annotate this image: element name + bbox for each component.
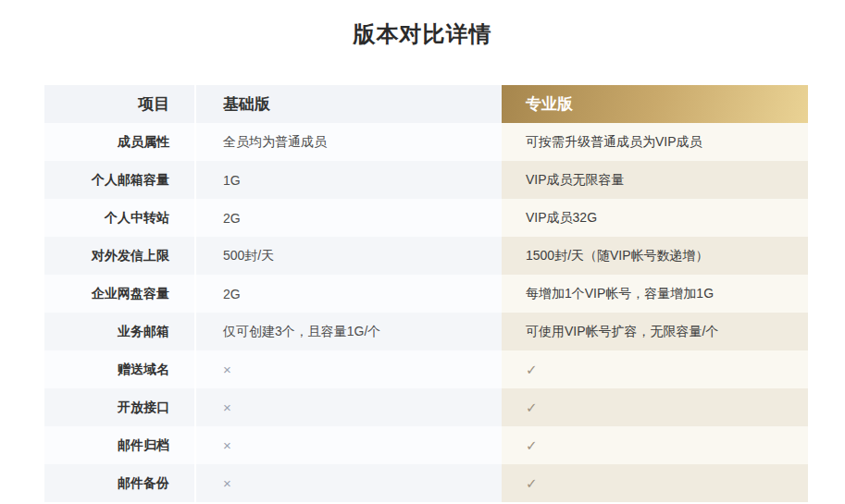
pro-value: 1500封/天（随VIP帐号数递增）	[502, 237, 808, 275]
row-label: 业务邮箱	[44, 313, 194, 350]
table-row-member-attribute: 成员属性 全员均为普通成员 可按需升级普通成员为VIP成员	[44, 123, 808, 161]
table-row-enterprise-disk-capacity: 企业网盘容量 2G 每增加1个VIP帐号，容量增加1G	[44, 275, 808, 313]
cross-icon: ×	[196, 464, 502, 502]
pro-value: VIP成员无限容量	[502, 161, 808, 199]
page-title: 版本对比详情	[0, 0, 845, 48]
table-header-row: 项目 基础版 专业版	[44, 85, 808, 123]
table-row-open-api: 开放接口 × ✓	[44, 388, 808, 426]
basic-value: 仅可创建3个，且容量1G/个	[196, 313, 502, 350]
row-label: 对外发信上限	[44, 237, 194, 275]
basic-value: 500封/天	[196, 237, 502, 275]
table-row-personal-transfer-station: 个人中转站 2G VIP成员32G	[44, 199, 808, 237]
header-pro-edition: 专业版	[502, 85, 808, 123]
comparison-table: 项目 基础版 专业版 成员属性 全员均为普通成员 可按需升级普通成员为VIP成员…	[44, 85, 808, 502]
table-row-outbound-send-limit: 对外发信上限 500封/天 1500封/天（随VIP帐号数递增）	[44, 237, 808, 275]
cross-icon: ×	[196, 426, 502, 464]
table-row-mail-backup: 邮件备份 × ✓	[44, 464, 808, 502]
table-row-business-mailbox: 业务邮箱 仅可创建3个，且容量1G/个 可使用VIP帐号扩容，无限容量/个	[44, 313, 808, 350]
basic-value: 全员均为普通成员	[196, 123, 502, 161]
header-item: 项目	[44, 85, 194, 123]
check-icon: ✓	[502, 350, 808, 388]
version-comparison-page: 版本对比详情 项目 基础版 专业版 成员属性 全员均为普通成员 可按需升级普通成…	[0, 0, 845, 504]
table-row-free-domain: 赠送域名 × ✓	[44, 350, 808, 388]
row-label: 开放接口	[44, 388, 194, 426]
cross-icon: ×	[196, 388, 502, 426]
check-icon: ✓	[502, 426, 808, 464]
row-label: 企业网盘容量	[44, 275, 194, 313]
header-basic-edition: 基础版	[196, 85, 502, 123]
table-row-mail-archive: 邮件归档 × ✓	[44, 426, 808, 464]
row-label: 成员属性	[44, 123, 194, 161]
check-icon: ✓	[502, 388, 808, 426]
pro-value: 可使用VIP帐号扩容，无限容量/个	[502, 313, 808, 350]
check-icon: ✓	[502, 464, 808, 502]
row-label: 个人中转站	[44, 199, 194, 237]
basic-value: 1G	[196, 161, 502, 199]
pro-value: VIP成员32G	[502, 199, 808, 237]
basic-value: 2G	[196, 199, 502, 237]
row-label: 个人邮箱容量	[44, 161, 194, 199]
basic-value: 2G	[196, 275, 502, 313]
table-row-personal-mailbox-capacity: 个人邮箱容量 1G VIP成员无限容量	[44, 161, 808, 199]
row-label: 邮件备份	[44, 464, 194, 502]
cross-icon: ×	[196, 350, 502, 388]
row-label: 赠送域名	[44, 350, 194, 388]
pro-value: 每增加1个VIP帐号，容量增加1G	[502, 275, 808, 313]
pro-value: 可按需升级普通成员为VIP成员	[502, 123, 808, 161]
row-label: 邮件归档	[44, 426, 194, 464]
